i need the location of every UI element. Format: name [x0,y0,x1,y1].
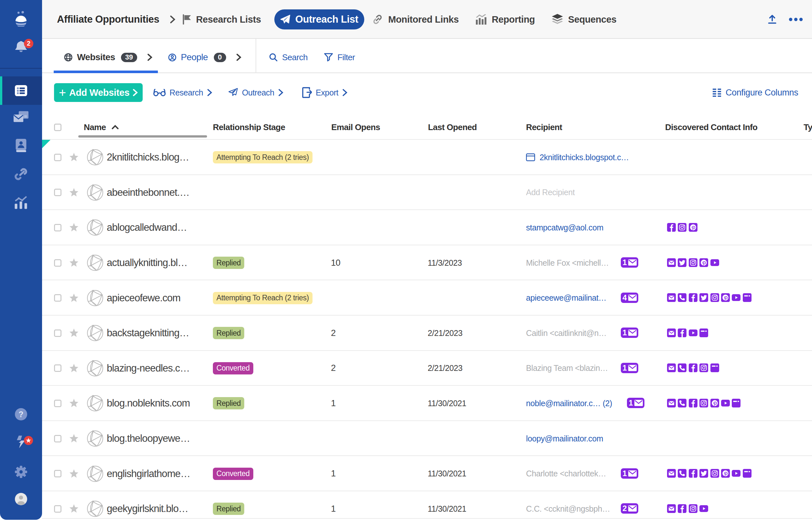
svg-text:?: ? [18,410,23,419]
